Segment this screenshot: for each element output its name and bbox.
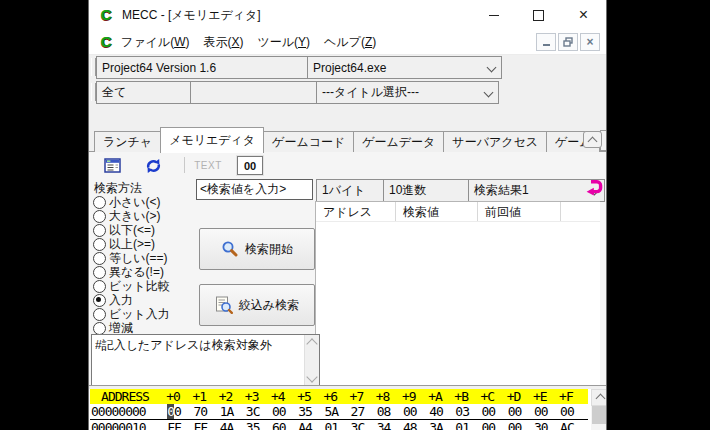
emulator-toolbar: Project64 Version 1.6 Project64.exe [89, 55, 606, 79]
hex-byte-cell[interactable]: 01 [318, 420, 344, 430]
tab-サーバアクセス[interactable]: サーバアクセス [443, 131, 547, 152]
tab-ゲームコード[interactable]: ゲームコード [263, 131, 354, 152]
radio-button-icon[interactable] [93, 280, 106, 293]
hex-byte-cell[interactable]: FF [161, 420, 187, 430]
hex-byte-cell[interactable]: 3C [240, 404, 266, 419]
hex-byte-cell[interactable]: 27 [344, 404, 370, 419]
note-scrollbar[interactable] [304, 335, 319, 386]
return-arrow-button[interactable] [583, 178, 603, 198]
mdi-child-icon[interactable]: C [98, 34, 114, 50]
menu-view[interactable]: 表示(X) [196, 31, 250, 54]
process-select[interactable]: Project64.exe [307, 56, 502, 79]
column-header-前回値[interactable]: 前回値 [478, 202, 561, 221]
column-header-アドレス[interactable]: アドレス [316, 202, 396, 221]
memory-view-button[interactable] [101, 155, 125, 176]
hex-byte-cell[interactable]: 3C [344, 420, 370, 430]
hex-byte-cell[interactable]: 03 [449, 404, 475, 419]
radio-button-icon[interactable] [93, 196, 106, 209]
hex-row-00000010: 00000010FFFF4A3560A4013C34483A01000030AC [90, 420, 588, 430]
size-select-value: 1バイト [322, 182, 366, 199]
hex-header-cell: +3 [239, 389, 265, 404]
hex-byte-cell[interactable]: 00 [475, 404, 501, 419]
results-header: アドレス検索値前回値 [316, 202, 600, 222]
byte-display-toggle[interactable]: 00 [237, 156, 263, 175]
search-start-button[interactable]: 検索開始 [199, 228, 315, 270]
mdi-minimize-icon [543, 44, 550, 46]
mdi-minimize-button[interactable] [536, 33, 556, 51]
radio-button-icon[interactable] [93, 308, 106, 321]
hex-byte-cell[interactable]: 35 [240, 420, 266, 430]
hex-byte-cell[interactable]: 40 [423, 404, 449, 419]
hex-byte-cell[interactable]: 48 [397, 420, 423, 430]
hex-byte-cell[interactable]: 08 [371, 404, 397, 419]
emulator-select[interactable]: Project64 Version 1.6 [96, 56, 325, 79]
hex-rows: 0000000000701A3C00355A270800400300000000… [90, 404, 588, 430]
hex-byte-cell[interactable]: 5A [318, 404, 344, 419]
maximize-button[interactable] [516, 0, 561, 30]
hex-header-cell: +7 [343, 389, 369, 404]
search-method-option-増減[interactable]: 増減 [93, 321, 211, 335]
hex-byte-cell[interactable]: 60 [266, 420, 292, 430]
hex-header-cell: ADDRESS [90, 389, 160, 404]
radio-button-icon[interactable] [93, 224, 106, 237]
radio-button-icon[interactable] [93, 294, 106, 307]
excluded-address-box[interactable]: #記入したアドレスは検索対象外 [91, 334, 320, 387]
minimize-button[interactable] [471, 0, 516, 30]
mdi-restore-button[interactable] [558, 33, 578, 51]
hex-byte-cell[interactable]: 3A [423, 420, 449, 430]
hex-byte-cell[interactable]: 35 [292, 404, 318, 419]
search-value-input[interactable] [196, 179, 313, 200]
refresh-button[interactable] [141, 155, 165, 176]
hex-byte-cell[interactable]: 00 [501, 420, 527, 430]
hex-scrollbar[interactable] [591, 389, 607, 430]
title-bar[interactable]: C MECC - [メモリエディタ] × [89, 0, 606, 30]
radio-button-icon[interactable] [93, 252, 106, 265]
hex-byte-cell[interactable]: 00 [528, 404, 554, 419]
hex-byte-cell[interactable]: 4A [213, 420, 239, 430]
hex-byte-cell[interactable]: 01 [449, 420, 475, 430]
radio-button-icon[interactable] [93, 322, 106, 335]
hex-byte-cell[interactable]: 1A [213, 404, 239, 419]
tab-メモリエディタ[interactable]: メモリエディタ [160, 127, 264, 153]
collapse-panel-button[interactable] [583, 131, 602, 148]
code-select[interactable] [190, 81, 334, 104]
hex-byte-cell[interactable]: 00 [554, 404, 580, 419]
hex-byte-cell[interactable]: FF [187, 420, 213, 430]
close-button[interactable]: × [561, 0, 606, 30]
hex-byte-cell[interactable]: 34 [371, 420, 397, 430]
hex-header-cell: +4 [265, 389, 291, 404]
hex-byte-cell[interactable]: 00 [161, 404, 187, 419]
hex-byte-cell[interactable]: AC [554, 420, 580, 430]
menu-file[interactable]: ファイル(W) [114, 31, 196, 54]
base-select-value: 10進数 [389, 182, 426, 199]
menu-help[interactable]: ヘルプ(Z) [317, 31, 383, 54]
hex-byte-cell[interactable]: 30 [528, 420, 554, 430]
hex-byte-cell[interactable]: 00 [475, 420, 501, 430]
title-select-value: ---タイトル選択--- [322, 84, 419, 101]
hex-header-cell: +A [422, 389, 448, 404]
column-header-検索値[interactable]: 検索値 [396, 202, 478, 221]
emulator-select-value: Project64 Version 1.6 [102, 61, 216, 75]
hex-byte-cell[interactable]: 70 [187, 404, 213, 419]
maximize-icon [533, 10, 544, 21]
hex-byte-cell[interactable]: A4 [292, 420, 318, 430]
hex-byte-cell[interactable]: 00 [397, 404, 423, 419]
tab-ゲームデータ[interactable]: ゲームデータ [353, 131, 444, 152]
tab-ランチャ[interactable]: ランチャ [94, 131, 161, 152]
menu-tools[interactable]: ツール(Y) [250, 31, 317, 54]
radio-button-icon[interactable] [93, 210, 106, 223]
hex-byte-cell[interactable]: 00 [266, 404, 292, 419]
refine-search-button[interactable]: 絞込み検索 [199, 284, 315, 326]
search-start-label: 検索開始 [245, 241, 293, 258]
radio-button-icon[interactable] [93, 238, 106, 251]
text-mode-button[interactable]: TEXT [193, 155, 223, 176]
mdi-close-button[interactable]: × [580, 33, 600, 51]
hex-header-cell: +6 [317, 389, 343, 404]
hex-header-cell: +C [474, 389, 500, 404]
hex-byte-cell[interactable]: 00 [501, 404, 527, 419]
title-select[interactable]: ---タイトル選択--- [316, 81, 499, 104]
radio-button-icon[interactable] [93, 266, 106, 279]
scrollbar-thumb[interactable] [592, 406, 606, 424]
hex-header-cell: +2 [212, 389, 238, 404]
scrollbar-up-button[interactable] [591, 389, 607, 406]
